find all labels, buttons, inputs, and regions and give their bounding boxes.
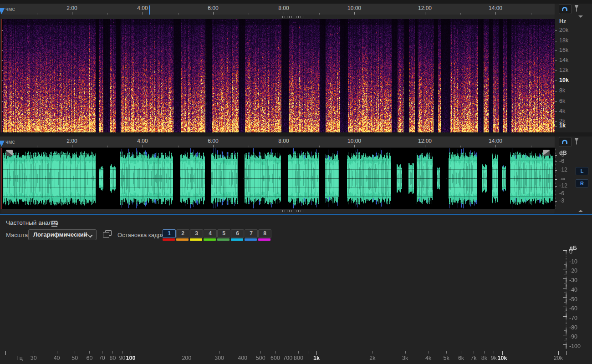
amplitude-scale-label: -6 (559, 190, 577, 197)
pin-icon[interactable] (574, 5, 579, 13)
scale-tick (555, 101, 557, 102)
hold-frame-color (176, 238, 189, 241)
frequency-scale-label: 20k (559, 27, 577, 33)
zoom-navigator-spectral[interactable] (1, 15, 555, 19)
level-axis-label: -20 (569, 268, 577, 274)
fade-in-icon (6, 150, 13, 156)
hold-frame-button-8[interactable]: 8 (258, 229, 271, 238)
scale-tick (555, 111, 557, 112)
channel-button-l[interactable]: L (576, 167, 588, 175)
hold-frame-button-3[interactable]: 3 (190, 229, 203, 238)
scale-scroll-down-icon[interactable] (578, 210, 583, 212)
spectrogram-display[interactable] (1, 19, 555, 132)
ruler-tick (531, 146, 531, 147)
level-axis-label: -40 (569, 287, 577, 293)
time-label: 2:00 (62, 5, 82, 11)
loop-icon (562, 7, 567, 11)
time-label: 10:00 (344, 138, 364, 144)
amplitude-scale-label: -3 (559, 197, 577, 204)
frequency-axis-label: 40 (47, 355, 67, 361)
frequency-axis-label: 300 (209, 355, 230, 361)
drag-grip-icon[interactable] (282, 16, 303, 18)
amplitude-scale-label: -3 (559, 152, 577, 158)
time-ruler-spectral[interactable]: чмс 2:004:006:008:0010:0012:0014:00 (0, 4, 555, 15)
level-axis-label: -30 (569, 277, 577, 283)
hold-frame-color (231, 238, 243, 241)
copy-frames-button[interactable] (103, 230, 111, 238)
hold-frame-button-7[interactable]: 7 (245, 229, 258, 238)
hold-frame-button-6[interactable]: 6 (231, 229, 244, 238)
frequency-axis-label: 3k (395, 355, 415, 361)
frequency-scale-label: 16k (559, 47, 577, 53)
level-axis-label: 0 (569, 249, 572, 255)
hold-frame-color (204, 238, 216, 241)
hold-frame-button-1[interactable]: 1 (163, 229, 176, 238)
scale-scroll-up-icon[interactable] (578, 15, 583, 18)
ruler-tick (249, 146, 249, 147)
time-ruler-waveform[interactable]: чмс 2:004:006:008:0010:0012:0014:00 (0, 136, 555, 148)
hold-frame-button-4[interactable]: 4 (204, 229, 217, 238)
hold-frame-color (245, 238, 257, 241)
frequency-scale-label: 6k (559, 98, 577, 104)
time-label: 2:00 (62, 138, 82, 144)
level-axis-label: -10 (569, 258, 577, 265)
frequency-axis-label: 1k (306, 355, 327, 361)
frequency-scale-label: 4k (559, 108, 577, 114)
time-label: 10:00 (344, 5, 364, 11)
ruler-tick (213, 145, 214, 147)
loop-icon (562, 140, 567, 144)
frequency-scale-label: 10k (559, 77, 577, 83)
ruler-tick (390, 146, 390, 147)
scale-tick (555, 30, 557, 31)
hold-frame-button-2[interactable]: 2 (176, 229, 189, 238)
level-axis-label: -80 (569, 324, 577, 331)
panel-menu-icon[interactable] (51, 221, 57, 227)
audition-window: чмс 2:004:006:008:0010:0012:0014:00 Hz 2… (0, 0, 592, 364)
ruler-tick (284, 145, 284, 147)
fade-out-handle[interactable] (543, 150, 550, 156)
scale-tick (555, 126, 557, 126)
level-axis-label: -70 (569, 315, 577, 321)
scale-tick (555, 121, 557, 122)
amplitude-scale-label: -12 (559, 182, 577, 189)
hold-frame-button-5[interactable]: 5 (217, 229, 230, 238)
ruler-tick (107, 146, 108, 147)
scale-mode-dropdown[interactable]: Логарифмический (28, 229, 97, 240)
frequency-scale-label: 14k (559, 57, 577, 63)
channel-button-r[interactable]: R (576, 179, 588, 187)
loop-playback-button[interactable] (559, 137, 572, 147)
ruler-tick (37, 146, 37, 147)
frequency-axis-label: 4k (418, 355, 439, 361)
frequency-axis-label: 100 (121, 355, 141, 361)
amplitude-scale-label: -6 (559, 158, 577, 164)
drag-grip-icon[interactable] (282, 210, 303, 212)
time-label: 12:00 (415, 138, 435, 144)
hold-frame-color (258, 238, 270, 241)
zoom-navigator-waveform[interactable] (1, 209, 555, 213)
frequency-scale-label: 12k (559, 67, 577, 73)
loop-playback-button[interactable] (559, 4, 572, 14)
chevron-down-icon (87, 233, 92, 238)
time-label: 4:00 (133, 138, 153, 144)
level-axis-label: -50 (569, 296, 577, 303)
view-divider (0, 132, 592, 136)
level-axis-label: -60 (569, 305, 577, 312)
frequency-axis-label: 30 (24, 355, 44, 361)
scale-tick (555, 51, 557, 51)
frequency-scale[interactable]: Hz 20k18k16k14k12k10k8k6k4k2k1k (555, 15, 592, 133)
top-strip (0, 0, 592, 4)
scale-tick (555, 71, 557, 71)
frequency-scale-unit: Hz (559, 18, 566, 25)
ruler-tick (425, 145, 425, 147)
fade-in-handle[interactable] (6, 150, 13, 156)
ruler-tick (495, 145, 496, 147)
amplitude-ruler-ticks (555, 148, 558, 209)
scale-tick (555, 91, 557, 91)
waveform-display[interactable] (1, 148, 553, 209)
amplitude-scale[interactable]: dB -3-6-12-∞-12-6-3 (555, 148, 592, 209)
time-marker[interactable] (149, 5, 150, 15)
scale-mode-value: Логарифмический (33, 231, 87, 238)
pin-icon[interactable] (574, 138, 579, 146)
frequency-scale-label: 8k (559, 87, 577, 94)
scale-tick (555, 81, 557, 81)
